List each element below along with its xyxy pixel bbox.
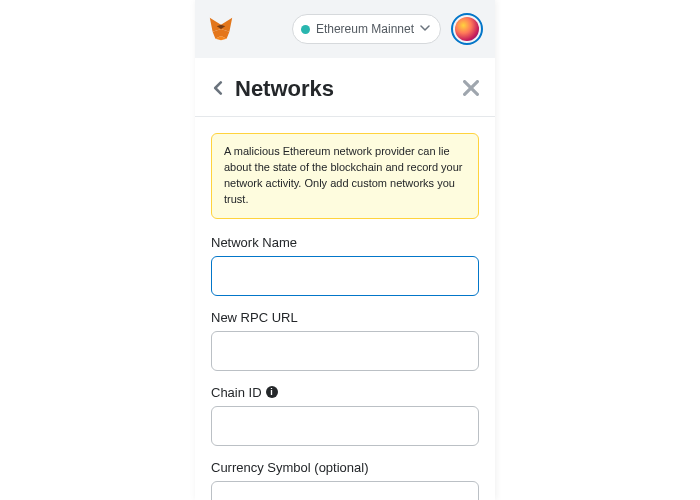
label-chain-id: Chain ID i <box>211 385 479 400</box>
label-currency-symbol: Currency Symbol (optional) <box>211 460 479 475</box>
network-selector[interactable]: Ethereum Mainnet <box>292 14 441 44</box>
extension-popup: Ethereum Mainnet Networks A malicious Et… <box>195 0 495 500</box>
input-currency-symbol[interactable] <box>211 481 479 500</box>
info-icon[interactable]: i <box>266 386 278 398</box>
input-rpc-url[interactable] <box>211 331 479 371</box>
network-selector-label: Ethereum Mainnet <box>316 22 414 36</box>
field-currency-symbol: Currency Symbol (optional) <box>211 460 479 500</box>
back-button[interactable] <box>211 80 235 98</box>
form-area: A malicious Ethereum network provider ca… <box>195 117 495 500</box>
label-chain-id-text: Chain ID <box>211 385 262 400</box>
metamask-fox-icon <box>207 15 235 43</box>
chevron-down-icon <box>420 22 430 36</box>
label-network-name: Network Name <box>211 235 479 250</box>
input-chain-id[interactable] <box>211 406 479 446</box>
close-button[interactable] <box>463 78 479 100</box>
warning-banner: A malicious Ethereum network provider ca… <box>211 133 479 219</box>
field-chain-id: Chain ID i <box>211 385 479 446</box>
label-rpc-url: New RPC URL <box>211 310 479 325</box>
page-header: Networks <box>195 58 495 117</box>
warning-text: A malicious Ethereum network provider ca… <box>224 145 463 205</box>
page-title: Networks <box>235 76 463 102</box>
input-network-name[interactable] <box>211 256 479 296</box>
network-status-dot-icon <box>301 25 310 34</box>
field-rpc-url: New RPC URL <box>211 310 479 371</box>
account-avatar[interactable] <box>451 13 483 45</box>
top-bar: Ethereum Mainnet <box>195 0 495 58</box>
avatar-icon <box>455 17 479 41</box>
field-network-name: Network Name <box>211 235 479 296</box>
